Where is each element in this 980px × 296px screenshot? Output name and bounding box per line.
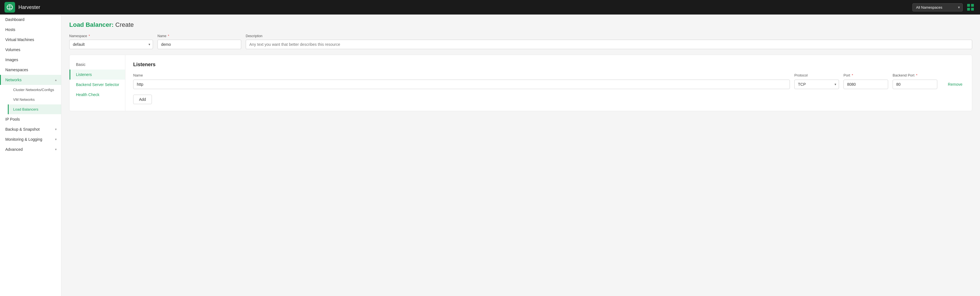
listener-port-field <box>843 80 888 89</box>
harvester-logo <box>5 2 15 13</box>
sidebar-item-cluster-networks[interactable]: Cluster Networks/Configs <box>8 85 61 95</box>
sidebar-item-dashboard[interactable]: Dashboard <box>0 14 61 25</box>
panel-tabs: Basic Listeners Backend Server Selector … <box>70 55 126 111</box>
col-header-port: Port * <box>843 73 888 77</box>
networks-chevron-icon: ▴ <box>55 78 57 82</box>
main-content: Load Balancer: Create Namespace * defaul… <box>61 14 980 296</box>
namespace-required-star: * <box>89 34 90 38</box>
name-input[interactable] <box>158 40 241 49</box>
namespace-selector-wrapper: All Namespacesdefaultkube-system <box>912 3 963 11</box>
svg-rect-5 <box>967 8 970 11</box>
tab-backend-server-selector[interactable]: Backend Server Selector <box>70 80 125 90</box>
description-input[interactable] <box>246 40 972 49</box>
sidebar-item-virtual-machines[interactable]: Virtual Machines <box>0 35 61 45</box>
topbar: Harvester All Namespacesdefaultkube-syst… <box>0 0 980 14</box>
svg-rect-4 <box>971 4 974 7</box>
listener-protocol-field: TCP UDP <box>794 80 839 89</box>
sidebar-item-advanced[interactable]: Advanced ▾ <box>0 144 61 154</box>
listeners-header-row: Name Protocol Port * Backend Port * <box>133 73 964 77</box>
tab-listeners[interactable]: Listeners <box>70 70 125 80</box>
svg-rect-6 <box>971 8 974 11</box>
listener-row: TCP UDP Remove <box>133 80 964 89</box>
name-field: Name * <box>158 34 241 49</box>
sidebar-item-volumes[interactable]: Volumes <box>0 45 61 55</box>
page-title: Load Balancer: Create <box>69 21 972 29</box>
name-label: Name * <box>158 34 241 38</box>
listener-action: Remove <box>942 80 964 88</box>
listener-protocol-select[interactable]: TCP UDP <box>794 80 839 89</box>
sidebar-item-namespaces[interactable]: Namespaces <box>0 65 61 75</box>
description-label: Description <box>246 34 972 38</box>
backup-chevron-icon: ▾ <box>55 127 57 131</box>
sidebar-networks-subitems: Cluster Networks/Configs VM Networks Loa… <box>0 85 61 114</box>
name-required-star: * <box>168 34 169 38</box>
listener-protocol-wrapper: TCP UDP <box>794 80 839 89</box>
topbar-left: Harvester <box>5 2 40 13</box>
listener-backend-port-field <box>892 80 937 89</box>
layout: Dashboard Hosts Virtual Machines Volumes… <box>0 0 980 296</box>
col-header-name: Name <box>133 73 790 77</box>
sidebar-item-networks[interactable]: Networks ▴ <box>0 75 61 85</box>
app-title: Harvester <box>18 5 40 10</box>
backend-port-required-star: * <box>916 73 918 77</box>
namespace-field: Namespace * default <box>69 34 153 49</box>
grid-svg <box>967 3 974 11</box>
listeners-section-title: Listeners <box>133 62 964 68</box>
listener-name-field <box>133 80 790 89</box>
sidebar-item-images[interactable]: Images <box>0 55 61 65</box>
listener-backend-port-input[interactable] <box>892 80 937 89</box>
sidebar: Dashboard Hosts Virtual Machines Volumes… <box>0 14 61 296</box>
sidebar-item-monitoring-logging[interactable]: Monitoring & Logging ▾ <box>0 134 61 144</box>
sidebar-item-backup-snapshot[interactable]: Backup & Snapshot ▾ <box>0 124 61 134</box>
tab-basic[interactable]: Basic <box>70 59 125 70</box>
description-field: Description <box>246 34 972 49</box>
col-header-backend-port: Backend Port * <box>892 73 937 77</box>
listener-remove-button[interactable]: Remove <box>946 80 964 88</box>
sidebar-item-hosts[interactable]: Hosts <box>0 25 61 35</box>
namespace-selector[interactable]: All Namespacesdefaultkube-system <box>912 3 963 11</box>
namespace-select-wrapper: default <box>69 40 153 49</box>
namespace-label: Namespace * <box>69 34 153 38</box>
topbar-right: All Namespacesdefaultkube-system <box>912 2 975 12</box>
tab-health-check[interactable]: Health Check <box>70 90 125 100</box>
col-header-protocol: Protocol <box>794 73 839 77</box>
logo-icon <box>6 4 13 11</box>
svg-rect-3 <box>967 4 970 7</box>
advanced-chevron-icon: ▾ <box>55 148 57 151</box>
listener-port-input[interactable] <box>843 80 888 89</box>
panel-body: Listeners Name Protocol Port * Backend P… <box>126 55 972 111</box>
listener-name-input[interactable] <box>133 80 790 89</box>
content-panel: Basic Listeners Backend Server Selector … <box>69 55 972 111</box>
port-required-star: * <box>851 73 853 77</box>
listener-add-button[interactable]: Add <box>133 95 152 104</box>
monitoring-chevron-icon: ▾ <box>55 137 57 141</box>
sidebar-item-ip-pools[interactable]: IP Pools <box>0 114 61 124</box>
sidebar-item-vm-networks[interactable]: VM Networks <box>8 95 61 105</box>
grid-icon[interactable] <box>966 2 975 12</box>
sidebar-item-load-balancers[interactable]: Load Balancers <box>8 105 61 114</box>
namespace-select-field[interactable]: default <box>69 40 153 49</box>
form-top-row: Namespace * default Name * Description <box>69 34 972 49</box>
